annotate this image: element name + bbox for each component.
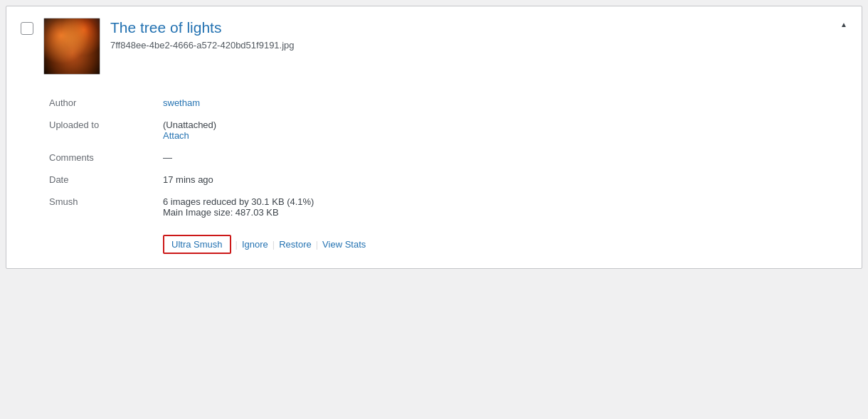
item-filename: 7ff848ee-4be2-4666-a572-420bd51f9191.jpg (110, 40, 295, 51)
smush-label: Smush (49, 191, 163, 223)
actions-row: Ultra Smush | Ignore | Restore | View St… (163, 235, 847, 254)
ignore-link[interactable]: Ignore (242, 239, 268, 250)
uploaded-to-label: Uploaded to (49, 114, 163, 147)
thumbnail-image (44, 18, 100, 75)
date-label: Date (49, 169, 163, 191)
ultra-smush-button[interactable]: Ultra Smush (163, 235, 231, 254)
header-left: The tree of lights 7ff848ee-4be2-4666-a5… (21, 18, 295, 75)
collapse-arrow-icon[interactable]: ▲ (840, 21, 847, 28)
author-label: Author (49, 92, 163, 114)
meta-section: Author swetham Uploaded to (Unattached) … (49, 92, 847, 254)
comments-label: Comments (49, 147, 163, 169)
restore-link[interactable]: Restore (279, 239, 312, 250)
checkbox-wrap[interactable] (21, 22, 33, 37)
date-row: Date 17 mins ago (49, 169, 847, 191)
uploaded-to-text: (Unattached) (163, 120, 216, 130)
meta-table: Author swetham Uploaded to (Unattached) … (49, 92, 847, 223)
smush-value: 6 images reduced by 30.1 KB (4.1%) Main … (163, 191, 847, 223)
view-stats-link[interactable]: View Stats (322, 239, 366, 250)
separator-2: | (272, 239, 275, 250)
date-value: 17 mins ago (163, 169, 847, 191)
card-header: The tree of lights 7ff848ee-4be2-4666-a5… (21, 18, 847, 75)
item-title[interactable]: The tree of lights (110, 18, 295, 37)
smush-line1: 6 images reduced by 30.1 KB (4.1%) (163, 196, 847, 207)
comments-text: — (163, 152, 172, 163)
author-link[interactable]: swetham (163, 97, 200, 108)
comments-row: Comments — (49, 147, 847, 169)
select-checkbox[interactable] (21, 22, 33, 35)
thumbnail (43, 18, 100, 75)
comments-value: — (163, 147, 847, 169)
separator-3: | (316, 239, 318, 250)
separator-1: | (235, 239, 238, 250)
smush-line2: Main Image size: 487.03 KB (163, 207, 847, 218)
attach-link[interactable]: Attach (163, 130, 189, 141)
author-value: swetham (163, 92, 847, 114)
author-row: Author swetham (49, 92, 847, 114)
title-block: The tree of lights 7ff848ee-4be2-4666-a5… (110, 18, 295, 51)
media-item-card: The tree of lights 7ff848ee-4be2-4666-a5… (6, 6, 862, 269)
uploaded-to-value: (Unattached) Attach (163, 114, 847, 147)
smush-row: Smush 6 images reduced by 30.1 KB (4.1%)… (49, 191, 847, 223)
uploaded-to-row: Uploaded to (Unattached) Attach (49, 114, 847, 147)
